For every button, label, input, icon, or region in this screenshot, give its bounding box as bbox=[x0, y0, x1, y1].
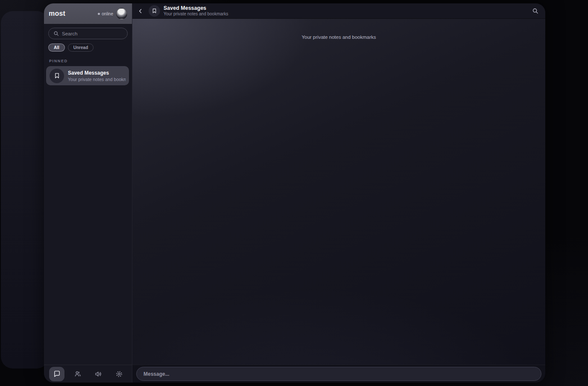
bookmark-icon bbox=[152, 8, 157, 14]
bookmark-icon bbox=[54, 73, 60, 79]
gear-icon bbox=[115, 370, 123, 378]
sidebar-header: most online bbox=[44, 3, 132, 24]
chat-list-item-saved-messages[interactable]: Saved Messages Your private notes and bo… bbox=[46, 66, 129, 85]
online-status: online bbox=[98, 12, 113, 16]
chat-header: Saved Messages Your private notes and bo… bbox=[132, 3, 545, 19]
background-glow bbox=[1, 11, 49, 369]
chat-item-title: Saved Messages bbox=[68, 70, 126, 76]
avatar[interactable] bbox=[116, 8, 127, 19]
sidebar-bottom-nav bbox=[44, 365, 132, 383]
app-logo: most bbox=[49, 10, 65, 17]
search-input[interactable] bbox=[62, 31, 123, 36]
empty-state-text: Your private notes and bookmarks bbox=[132, 35, 545, 40]
message-area: Your private notes and bookmarks bbox=[132, 19, 545, 365]
chat-item-subtitle: Your private notes and bookmarks bbox=[68, 77, 126, 82]
pinned-section-label: PINNED bbox=[49, 59, 127, 63]
profile-area[interactable]: online bbox=[98, 8, 127, 19]
chat-title: Saved Messages bbox=[164, 6, 228, 11]
chat-subtitle: Your private notes and bookmarks bbox=[164, 12, 228, 16]
nav-chats-button[interactable] bbox=[49, 367, 64, 381]
chat-search-button[interactable] bbox=[529, 5, 541, 17]
search-icon bbox=[53, 31, 59, 36]
nav-channels-button[interactable] bbox=[91, 367, 106, 381]
chevron-left-icon bbox=[137, 8, 143, 14]
people-icon bbox=[74, 370, 82, 378]
search-icon bbox=[532, 8, 538, 14]
filter-chips: All Unread bbox=[44, 42, 132, 52]
filter-chip-unread[interactable]: Unread bbox=[68, 44, 94, 52]
online-dot-icon bbox=[98, 13, 100, 15]
online-status-label: online bbox=[102, 12, 113, 16]
message-input[interactable] bbox=[136, 367, 541, 381]
chat-bubble-icon bbox=[53, 370, 61, 377]
filter-chip-all[interactable]: All bbox=[48, 44, 65, 52]
nav-settings-button[interactable] bbox=[111, 367, 127, 381]
chat-header-avatar[interactable] bbox=[149, 5, 160, 17]
nav-contacts-button[interactable] bbox=[70, 367, 85, 381]
composer bbox=[132, 365, 545, 383]
app-window: most online All Unread PINNED bbox=[44, 3, 545, 383]
chat-avatar bbox=[50, 69, 64, 83]
sidebar: most online All Unread PINNED bbox=[44, 3, 132, 383]
sidebar-search-box[interactable] bbox=[48, 28, 128, 39]
sidebar-spacer bbox=[44, 85, 132, 365]
back-button[interactable] bbox=[136, 6, 145, 16]
chat-header-texts: Saved Messages Your private notes and bo… bbox=[164, 6, 228, 16]
chat-item-texts: Saved Messages Your private notes and bo… bbox=[68, 70, 126, 82]
sidebar-search-row bbox=[44, 24, 132, 42]
speaker-icon bbox=[94, 370, 102, 378]
chat-panel: Saved Messages Your private notes and bo… bbox=[132, 3, 545, 383]
